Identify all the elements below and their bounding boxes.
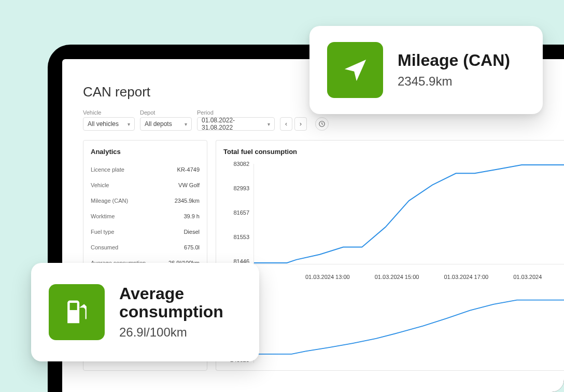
ytick: 81553 [223,234,249,240]
analytics-value: 2345.9km [175,198,200,204]
period-dropdown[interactable]: 01.08.2022-31.08.2022 ▾ [197,117,275,131]
avg-consumption-overlay-card: Average consumption 26.9l/100km [31,263,259,361]
analytics-row: Consumed675.0l [91,240,200,255]
analytics-value: 675.0l [184,244,200,250]
time-button[interactable] [315,117,329,131]
chevron-left-icon: ‹ [285,120,287,128]
mileage-card-title: Mileage (CAN) [398,51,510,69]
analytics-row: Mileage (CAN)2345.9km [91,193,200,208]
period-dropdown-value: 01.08.2022-31.08.2022 [202,117,263,131]
avg-card-value: 26.9l/100km [119,325,242,340]
analytics-row: Licence plateKR-4749 [91,162,200,177]
vehicle-dropdown[interactable]: All vehicles ▾ [83,117,135,131]
ytick: 83082 [223,161,249,167]
analytics-value: 39.9 h [184,213,200,219]
analytics-label: Licence plate [91,166,124,173]
period-filter-label: Period [197,109,275,116]
secondary-chart: 241527 240823 [223,296,564,363]
chevron-down-icon: ▾ [185,121,187,127]
avg-icon-box [49,284,105,340]
chevron-down-icon: ▾ [267,121,270,127]
analytics-label: Fuel type [91,229,114,235]
analytics-label: Vehicle [91,182,109,188]
depot-filter-label: Depot [140,109,192,116]
navigation-arrow-icon [341,56,370,85]
fuel-consumption-chart: 83082 82993 81657 81553 81446 01.03.2024… [223,161,564,280]
xtick: 01.03.2024 15:00 [375,274,444,280]
prev-period-button[interactable]: ‹ [280,117,292,131]
analytics-label: Consumed [91,244,118,250]
xtick: 01.03.2024 17:00 [444,274,514,280]
svg-rect-1 [69,303,77,310]
analytics-row: VehicleVW Golf [91,177,200,193]
fuel-pump-icon [63,298,91,327]
mileage-card-value: 2345.9km [398,74,510,89]
ytick: 82993 [223,185,249,191]
analytics-label: Worktime [91,213,115,219]
analytics-value: VW Golf [178,182,200,188]
xtick: 01.03.2024 13:00 [253,274,375,280]
vehicle-dropdown-value: All vehicles [88,120,119,128]
chevron-right-icon: › [300,120,302,128]
next-period-button[interactable]: › [294,117,307,131]
analytics-title: Analytics [91,148,200,156]
ytick: 81657 [223,209,249,216]
xtick: 01.03.2024 [513,274,564,280]
chart-title: Total fuel consumption [223,148,564,156]
clock-icon [318,120,326,128]
chevron-down-icon: ▾ [128,121,130,127]
mileage-overlay-card: Mileage (CAN) 2345.9km [309,26,543,114]
vehicle-filter-label: Vehicle [83,109,135,116]
analytics-row: Worktime39.9 h [91,208,200,224]
analytics-value: Diesel [184,229,200,235]
analytics-label: Mileage (CAN) [91,198,128,204]
depot-dropdown-value: All depots [145,120,172,128]
chart-panel: Total fuel consumption 83082 82993 81657… [216,140,564,371]
mileage-icon-box [327,42,383,98]
analytics-value: KR-4749 [177,166,200,173]
depot-dropdown[interactable]: All depots ▾ [140,117,192,131]
avg-card-title: Average consumption [119,285,242,321]
analytics-row: Fuel typeDiesel [91,224,200,240]
